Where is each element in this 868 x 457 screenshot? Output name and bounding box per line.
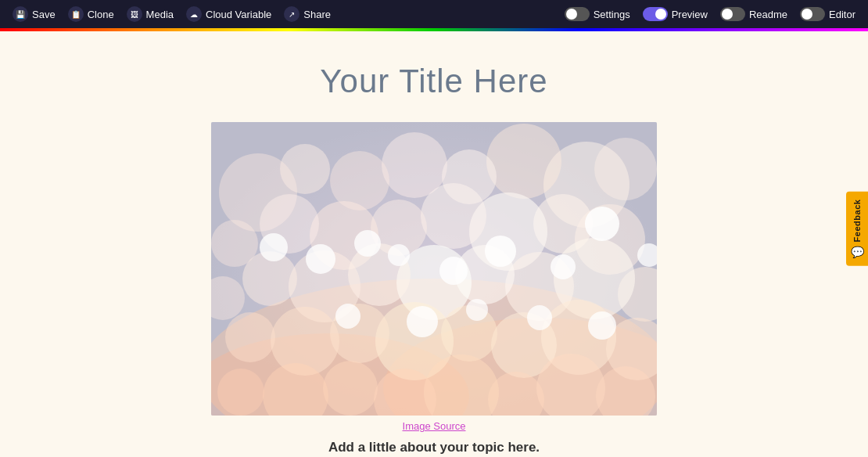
bokeh-image [211, 122, 657, 416]
readme-toggle[interactable]: Readme [716, 5, 792, 23]
subtitle-text: Add a little about your topic here. [328, 440, 540, 455]
media-label: Media [146, 9, 174, 20]
svg-point-50 [585, 207, 619, 241]
preview-switch[interactable] [643, 7, 668, 21]
save-label: Save [32, 9, 56, 20]
preview-toggle[interactable]: Preview [638, 5, 712, 23]
svg-point-58 [335, 304, 360, 329]
svg-point-46 [485, 236, 516, 267]
clone-icon: 📋 [68, 6, 84, 22]
svg-point-56 [407, 306, 438, 337]
media-button[interactable]: 🖼 Media [122, 5, 178, 23]
svg-point-7 [486, 124, 561, 199]
svg-point-55 [527, 305, 552, 330]
readme-switch[interactable] [720, 7, 745, 21]
media-icon: 🖼 [127, 6, 142, 22]
svg-point-51 [354, 230, 381, 257]
preview-label: Preview [672, 9, 708, 20]
page-title: Your Title Here [320, 63, 547, 100]
image-source-link[interactable]: Image Source [211, 420, 657, 432]
settings-toggle[interactable]: Settings [560, 5, 635, 23]
share-button[interactable]: ↗ Share [279, 5, 335, 23]
svg-point-37 [225, 312, 275, 362]
share-label: Share [303, 9, 331, 20]
cloud-icon: ☁ [186, 6, 202, 22]
cloud-variable-button[interactable]: ☁ Cloud Variable [181, 5, 276, 23]
svg-point-45 [217, 369, 264, 416]
cloud-variable-label: Cloud Variable [206, 9, 271, 20]
svg-point-43 [323, 361, 378, 416]
bokeh-svg [211, 122, 657, 416]
editor-toggle[interactable]: Editor [795, 5, 860, 23]
save-icon: 💾 [13, 6, 28, 22]
image-container: Image Source [211, 122, 657, 432]
preview-knob [655, 9, 666, 20]
save-button[interactable]: 💾 Save [8, 5, 60, 23]
readme-label: Readme [749, 9, 787, 20]
svg-point-54 [260, 233, 288, 261]
feedback-icon: 💬 [851, 245, 864, 257]
clone-button[interactable]: 📋 Clone [63, 5, 119, 23]
svg-point-59 [588, 311, 616, 340]
feedback-label: Feedback [852, 200, 862, 243]
toolbar: 💾 Save 📋 Clone 🖼 Media ☁ Cloud Variable … [0, 0, 868, 28]
clone-label: Clone [88, 9, 114, 20]
svg-point-49 [388, 244, 410, 266]
share-icon: ↗ [284, 6, 299, 22]
editor-knob [802, 9, 812, 20]
editor-label: Editor [829, 9, 855, 20]
svg-point-16 [421, 183, 486, 249]
main-content: Your Title Here [0, 31, 868, 457]
settings-knob [566, 9, 577, 20]
readme-knob [722, 9, 733, 20]
svg-point-57 [466, 299, 488, 321]
feedback-tab[interactable]: Feedback 💬 [846, 192, 868, 266]
svg-point-48 [439, 257, 468, 285]
svg-point-6 [594, 138, 657, 200]
settings-switch[interactable] [565, 7, 590, 21]
svg-point-47 [551, 254, 576, 279]
editor-switch[interactable] [800, 7, 825, 21]
svg-point-52 [306, 244, 335, 274]
settings-label: Settings [594, 9, 630, 20]
